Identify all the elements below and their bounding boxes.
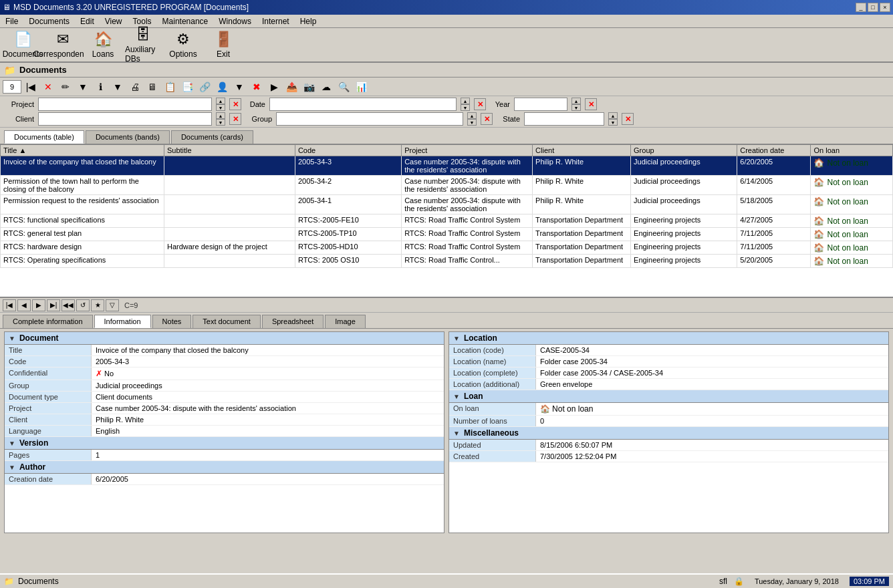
nav-first-button[interactable]: |◀ bbox=[23, 80, 39, 94]
cloud-button[interactable]: ☁ bbox=[318, 80, 334, 94]
tab-notes[interactable]: Notes bbox=[152, 315, 192, 328]
menu-windows[interactable]: Windows bbox=[213, 15, 257, 27]
close-button[interactable]: × bbox=[880, 3, 890, 12]
loan-section-header[interactable]: ▼ Loan bbox=[449, 390, 888, 403]
col-header-subtitle[interactable]: Subtitle bbox=[164, 145, 295, 156]
table-row[interactable]: RTCS: hardware designHardware design of … bbox=[1, 241, 893, 255]
monitor-button[interactable]: 🖥 bbox=[144, 80, 160, 94]
menu-view[interactable]: View bbox=[100, 15, 128, 27]
tab-image[interactable]: Image bbox=[325, 315, 366, 328]
author-section-header[interactable]: ▼ Author bbox=[5, 461, 444, 474]
menu-file[interactable]: File bbox=[0, 15, 23, 27]
tab-documents-bands[interactable]: Documents (bands) bbox=[86, 130, 170, 144]
misc-section-header[interactable]: ▼ Miscellaneous bbox=[449, 427, 888, 440]
toolbar-loans-button[interactable]: 🏠 Loans bbox=[84, 29, 122, 60]
new-button[interactable]: 📋 bbox=[162, 80, 178, 94]
table-row[interactable]: RTCS: Operating specificationsRTCS: 2005… bbox=[1, 255, 893, 268]
state-spin[interactable]: ▲ ▼ bbox=[608, 112, 618, 126]
group-spin[interactable]: ▲ ▼ bbox=[467, 112, 477, 126]
info-dropdown-button[interactable]: ▼ bbox=[110, 80, 126, 94]
year-spin-down[interactable]: ▼ bbox=[571, 104, 581, 111]
project-clear-button[interactable]: ✕ bbox=[229, 98, 241, 110]
table-row[interactable]: RTCS: functional specificationsRTCS:-200… bbox=[1, 214, 893, 228]
col-header-date[interactable]: Creation date bbox=[737, 145, 811, 156]
toolbar-correspondence-button[interactable]: ✉ Correspondence bbox=[44, 29, 82, 60]
nav-first-btn[interactable]: |◀ bbox=[3, 299, 16, 311]
date-spin-down[interactable]: ▼ bbox=[461, 104, 470, 111]
document-section-header[interactable]: ▼ Document bbox=[5, 332, 444, 345]
document-send-button[interactable]: 📤 bbox=[283, 80, 299, 94]
date-spin-up[interactable]: ▲ bbox=[461, 98, 470, 104]
project-spin-down[interactable]: ▼ bbox=[216, 104, 225, 111]
table-row[interactable]: Permission of the town hall to perform t… bbox=[1, 176, 893, 195]
tab-complete-info[interactable]: Complete information bbox=[3, 315, 93, 328]
state-filter-input[interactable] bbox=[524, 112, 604, 126]
state-clear-button[interactable]: ✕ bbox=[622, 113, 634, 125]
tab-text-document[interactable]: Text document bbox=[193, 315, 261, 328]
year-spin-up[interactable]: ▲ bbox=[571, 98, 581, 104]
copy-button[interactable]: 📑 bbox=[179, 80, 195, 94]
menu-internet[interactable]: Internet bbox=[257, 15, 295, 27]
date-spin[interactable]: ▲ ▼ bbox=[461, 98, 470, 111]
menu-documents[interactable]: Documents bbox=[23, 15, 75, 27]
menu-tools[interactable]: Tools bbox=[128, 15, 157, 27]
col-header-client[interactable]: Client bbox=[533, 145, 631, 156]
table-row[interactable]: Invoice of the company that closed the b… bbox=[1, 156, 893, 176]
project-spin[interactable]: ▲ ▼ bbox=[216, 98, 225, 111]
nav-more-btn[interactable]: ◀◀ bbox=[61, 299, 75, 311]
menu-help[interactable]: Help bbox=[295, 15, 322, 27]
tab-documents-cards[interactable]: Documents (cards) bbox=[171, 130, 253, 144]
location-section-header[interactable]: ▼ Location bbox=[449, 332, 888, 345]
state-spin-down[interactable]: ▼ bbox=[608, 119, 618, 126]
maximize-button[interactable]: □ bbox=[868, 3, 878, 12]
delete2-button[interactable]: ✖ bbox=[249, 80, 265, 94]
tab-documents-table[interactable]: Documents (table) bbox=[4, 130, 84, 144]
edit-button[interactable]: ✏ bbox=[57, 80, 74, 94]
menu-maintenance[interactable]: Maintenance bbox=[157, 15, 214, 27]
nav-filter-btn[interactable]: ▽ bbox=[106, 299, 119, 311]
group-filter-input[interactable] bbox=[276, 112, 463, 126]
dropdown-button[interactable]: ▼ bbox=[75, 80, 91, 94]
table-row[interactable]: Permission request to the residents' ass… bbox=[1, 195, 893, 214]
client-filter-input[interactable] bbox=[38, 112, 212, 126]
menu-edit[interactable]: Edit bbox=[75, 15, 100, 27]
client-spin-down[interactable]: ▼ bbox=[216, 119, 225, 126]
nav-delete-button[interactable]: ✕ bbox=[40, 80, 56, 94]
col-header-title[interactable]: Title ▲ bbox=[1, 145, 164, 156]
version-section-header[interactable]: ▼ Version bbox=[5, 437, 444, 450]
client-spin-up[interactable]: ▲ bbox=[216, 112, 225, 119]
year-spin[interactable]: ▲ ▼ bbox=[571, 98, 581, 111]
link-button[interactable]: 🔗 bbox=[197, 80, 213, 94]
tab-spreadsheet[interactable]: Spreadsheet bbox=[262, 315, 324, 328]
year-filter-input[interactable] bbox=[514, 98, 567, 111]
date-clear-button[interactable]: ✕ bbox=[474, 98, 486, 110]
user-dropdown-button[interactable]: ▼ bbox=[231, 80, 247, 94]
table-row[interactable]: RTCS: general test planRTCS-2005-TP10RTC… bbox=[1, 228, 893, 241]
client-clear-button[interactable]: ✕ bbox=[229, 113, 241, 125]
search-button[interactable]: 🔍 bbox=[336, 80, 352, 94]
col-header-loan[interactable]: On loan bbox=[811, 145, 893, 156]
col-header-group[interactable]: Group bbox=[631, 145, 737, 156]
project-spin-up[interactable]: ▲ bbox=[216, 98, 225, 104]
user-button[interactable]: 👤 bbox=[214, 80, 230, 94]
nav-next-btn[interactable]: ▶ bbox=[32, 299, 45, 311]
nav-star-btn[interactable]: ★ bbox=[91, 299, 104, 311]
date-filter-input[interactable] bbox=[269, 98, 457, 111]
project-filter-input[interactable] bbox=[38, 98, 212, 111]
nav-refresh-btn[interactable]: ↺ bbox=[76, 299, 90, 311]
client-spin[interactable]: ▲ ▼ bbox=[216, 112, 225, 126]
state-spin-up[interactable]: ▲ bbox=[608, 112, 618, 119]
group-clear-button[interactable]: ✕ bbox=[481, 113, 493, 125]
toolbar-exit-button[interactable]: 🚪 Exit bbox=[205, 29, 242, 60]
col-header-code[interactable]: Code bbox=[295, 145, 401, 156]
minimize-button[interactable]: _ bbox=[856, 3, 866, 12]
group-spin-up[interactable]: ▲ bbox=[467, 112, 477, 119]
col-header-project[interactable]: Project bbox=[402, 145, 533, 156]
barcode-button[interactable]: 📊 bbox=[353, 80, 369, 94]
toolbar-options-button[interactable]: ⚙ Options bbox=[164, 29, 202, 60]
nav-last-btn[interactable]: ▶| bbox=[47, 299, 60, 311]
nav-prev-btn[interactable]: ◀ bbox=[17, 299, 31, 311]
arrow-button[interactable]: ▶ bbox=[266, 80, 282, 94]
print-button[interactable]: 🖨 bbox=[127, 80, 143, 94]
tab-information[interactable]: Information bbox=[94, 315, 151, 328]
